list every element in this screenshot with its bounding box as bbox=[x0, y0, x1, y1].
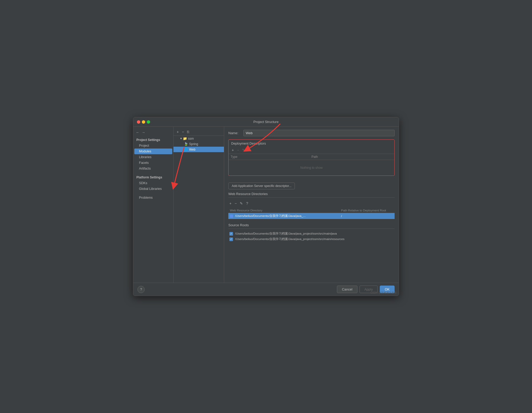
tree-copy-button[interactable]: ⎘ bbox=[186, 129, 190, 134]
watermark: CSDN @我有满天星辰 bbox=[370, 291, 397, 295]
maximize-button[interactable] bbox=[147, 120, 150, 124]
dialog-title: Project Structure bbox=[254, 120, 279, 124]
chevron-down-icon: ▼ bbox=[180, 137, 182, 140]
tree-item-web[interactable]: 🌐 Web bbox=[174, 147, 224, 152]
sidebar-item-global-libraries[interactable]: Global Libraries bbox=[133, 186, 173, 192]
source-roots-title: Source Roots bbox=[228, 223, 395, 229]
module-tree-panel: + − ⎘ ▼ 📁 ssm 🍃 Spring 🌐 Web bbox=[174, 127, 224, 283]
tree-remove-button[interactable]: − bbox=[181, 129, 185, 134]
dd-table-body: Nothing to show bbox=[229, 160, 394, 176]
close-button[interactable] bbox=[137, 120, 140, 124]
wr-table-row[interactable]: /Users/beiluo/Documents/自我学习档案/Java/java… bbox=[228, 213, 395, 219]
tree-item-spring[interactable]: 🍃 Spring bbox=[174, 141, 224, 147]
name-label: Name: bbox=[228, 131, 241, 135]
window-buttons bbox=[137, 120, 150, 124]
footer: ? Cancel Apply OK CSDN @我有满天星辰 bbox=[133, 283, 399, 296]
help-button[interactable]: ? bbox=[137, 286, 145, 293]
right-panel: Name: Deployment Descriptors + − ✎ Type … bbox=[224, 127, 399, 283]
platform-settings-label: Platform Settings bbox=[133, 173, 173, 180]
source-roots-section: Source Roots ✓ /Users/beiluo/Documents/自… bbox=[228, 223, 395, 242]
dd-edit-button[interactable]: ✎ bbox=[241, 147, 246, 153]
source-root-checkbox-2[interactable]: ✓ bbox=[229, 237, 233, 241]
sidebar-item-problems[interactable]: Problems bbox=[133, 195, 173, 201]
tree-toolbar: + − ⎘ bbox=[174, 128, 224, 136]
dd-col-type: Type bbox=[231, 155, 311, 159]
wr-col-path: Path Relative to Deployment Root bbox=[341, 209, 393, 212]
wr-help-button[interactable]: ? bbox=[245, 201, 249, 206]
dd-table-header: Type Path bbox=[229, 154, 394, 160]
source-root-item-2: ✓ /Users/beiluo/Documents/自我学习档案/Java/ja… bbox=[228, 236, 395, 242]
deployment-descriptors-title: Deployment Descriptors bbox=[229, 140, 394, 146]
tree-item-ssm[interactable]: ▼ 📁 ssm bbox=[174, 136, 224, 141]
wr-add-button[interactable]: + bbox=[228, 201, 232, 206]
wr-table-header: Web Resource Directory Path Relative to … bbox=[228, 208, 395, 213]
cancel-button[interactable]: Cancel bbox=[337, 286, 357, 293]
deployment-descriptors-section: Deployment Descriptors + − ✎ Type Path N… bbox=[228, 139, 395, 176]
web-icon: 🌐 bbox=[184, 147, 188, 151]
wr-toolbar: + − ✎ ? bbox=[228, 200, 395, 207]
sidebar-item-artifacts[interactable]: Artifacts bbox=[133, 166, 173, 171]
project-settings-label: Project Settings bbox=[133, 136, 173, 143]
dd-add-button[interactable]: + bbox=[231, 147, 235, 153]
deployment-toolbar: + − ✎ bbox=[229, 146, 394, 154]
sidebar-item-modules[interactable]: Modules bbox=[134, 149, 172, 154]
source-root-item-1: ✓ /Users/beiluo/Documents/自我学习档案/Java/ja… bbox=[228, 231, 395, 236]
sidebar-item-sdks[interactable]: SDKs bbox=[133, 180, 173, 186]
dd-empty-text: Nothing to show bbox=[300, 166, 323, 170]
folder-icon: 📁 bbox=[183, 137, 187, 140]
nav-arrows: ← → bbox=[133, 129, 173, 136]
sidebar-item-libraries[interactable]: Libraries bbox=[133, 154, 173, 160]
nav-forward-arrow[interactable]: → bbox=[142, 130, 145, 134]
name-row: Name: bbox=[228, 130, 395, 136]
titlebar: Project Structure bbox=[133, 117, 399, 127]
dd-col-path: Path bbox=[311, 155, 392, 159]
web-resource-dirs-section: Web Resource Directories + − ✎ ? Web Res… bbox=[228, 192, 395, 219]
sidebar: ← → Project Settings Project Modules Lib… bbox=[133, 127, 174, 283]
sidebar-item-project[interactable]: Project bbox=[133, 143, 173, 149]
wr-edit-button[interactable]: ✎ bbox=[239, 201, 244, 206]
dd-remove-button[interactable]: − bbox=[236, 147, 240, 153]
deployment-descriptors-box: Deployment Descriptors + − ✎ Type Path N… bbox=[228, 139, 395, 176]
wr-dir-cell: /Users/beiluo/Documents/自我学习档案/Java/java… bbox=[230, 214, 341, 218]
folder-icon bbox=[230, 215, 233, 218]
minimize-button[interactable] bbox=[142, 120, 145, 124]
wr-col-dir: Web Resource Directory bbox=[230, 209, 341, 212]
wr-remove-button[interactable]: − bbox=[234, 201, 238, 206]
tree-add-button[interactable]: + bbox=[176, 129, 180, 134]
add-server-descriptor-button[interactable]: Add Application Server specific descript… bbox=[228, 183, 295, 189]
wr-path-cell: / bbox=[341, 215, 393, 218]
name-input[interactable] bbox=[243, 130, 395, 136]
web-resource-dirs-title: Web Resource Directories bbox=[228, 192, 395, 198]
nav-back-arrow[interactable]: ← bbox=[136, 130, 139, 134]
main-area: ← → Project Settings Project Modules Lib… bbox=[133, 127, 399, 283]
project-structure-dialog: Project Structure ← → Project Settings P… bbox=[133, 117, 399, 296]
spring-icon: 🍃 bbox=[184, 142, 188, 146]
source-root-checkbox-1[interactable]: ✓ bbox=[229, 232, 233, 236]
sidebar-item-facets[interactable]: Facets bbox=[133, 160, 173, 166]
